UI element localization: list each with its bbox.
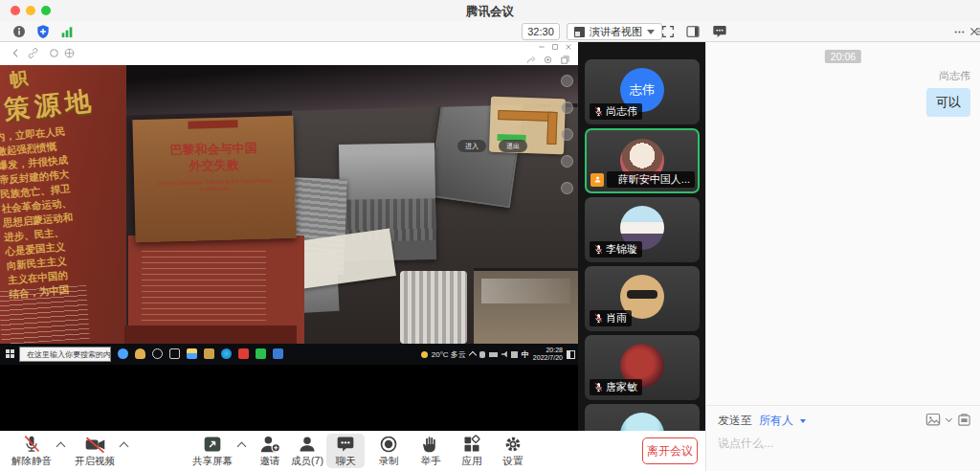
chat-footer: 发送至 所有人 bbox=[706, 405, 980, 471]
settings-small-icon bbox=[543, 55, 553, 65]
pano-button-icon bbox=[561, 182, 573, 194]
meeting-toolbar: 32:30 演讲者视图 聊天 bbox=[0, 21, 980, 42]
unmute-button[interactable]: 解除静音 bbox=[4, 434, 59, 468]
wall-english-text bbox=[0, 285, 90, 344]
members-button[interactable]: 成员(7) bbox=[283, 434, 331, 468]
participant-tile[interactable]: 李锦璇 bbox=[585, 197, 700, 262]
pano-button-icon bbox=[561, 101, 573, 114]
taskbar-search: 在这里输入你要搜索的内容 bbox=[19, 347, 111, 362]
screenshot-icon[interactable] bbox=[957, 413, 971, 427]
chat-button[interactable]: 聊天 bbox=[326, 434, 365, 468]
close-icon bbox=[565, 43, 572, 51]
participant-tile[interactable] bbox=[585, 404, 700, 431]
network-signal-icon[interactable] bbox=[59, 24, 75, 39]
host-badge-icon bbox=[590, 173, 604, 187]
participant-tile[interactable]: 唐家敏 bbox=[585, 335, 700, 400]
display-case bbox=[474, 268, 578, 344]
pano-button-icon bbox=[561, 128, 573, 141]
weather-icon bbox=[421, 351, 428, 358]
participant-tile[interactable]: 肖雨 bbox=[585, 266, 700, 331]
taskbar-tray: 20°C 多云 中 20:28 2022/7/20 bbox=[421, 344, 575, 365]
meeting-info-icon[interactable] bbox=[11, 24, 27, 39]
start-video-button[interactable]: 开启视频 bbox=[67, 434, 122, 468]
tray-mic-icon bbox=[479, 351, 485, 358]
taskbar-search-text: 在这里输入你要搜索的内容 bbox=[27, 349, 111, 360]
chat-bubble-icon bbox=[712, 24, 727, 39]
send-image-icon[interactable] bbox=[925, 413, 941, 427]
app-icon bbox=[273, 348, 283, 359]
action-center-icon bbox=[567, 350, 575, 359]
participant-tile-active-speaker[interactable]: 薛昕安中国人... bbox=[585, 128, 700, 193]
participant-name: 尚志伟 bbox=[606, 104, 637, 119]
view-mode-label: 演讲者视图 bbox=[590, 25, 642, 39]
shared-taskbar: 在这里输入你要搜索的内容 20°C 多云 bbox=[0, 344, 578, 365]
copy-icon bbox=[560, 55, 570, 65]
share-screen-button[interactable]: 共享屏幕 bbox=[184, 434, 241, 468]
raise-hand-icon bbox=[422, 435, 439, 454]
share-arrow-icon bbox=[525, 55, 536, 65]
app-icon bbox=[135, 348, 145, 359]
app-icon bbox=[204, 348, 214, 359]
taskbar-time: 20:28 bbox=[546, 347, 563, 353]
pano-enter-pill: 进入 bbox=[457, 140, 486, 152]
windows-start-icon bbox=[6, 349, 15, 359]
apps-icon bbox=[462, 435, 481, 454]
panel-tab bbox=[188, 120, 237, 128]
weather-text: 20°C 多云 bbox=[432, 349, 466, 360]
leave-meeting-button[interactable]: 离开会议 bbox=[642, 437, 698, 464]
chevron-down-icon[interactable] bbox=[946, 415, 952, 421]
exhibit-panel-title: 巴黎和会与中国 外交失败 bbox=[133, 139, 295, 175]
invite-icon bbox=[259, 435, 280, 454]
shared-screen: 帜 策源地 内，立即在人民 激起强烈愤慨 爆发，并很快成 帝反封建的伟大 民族危… bbox=[0, 42, 578, 365]
send-to-row: 发送至 所有人 bbox=[718, 413, 806, 429]
avatar bbox=[620, 413, 664, 431]
participant-label: 尚志伟 bbox=[590, 103, 642, 120]
ime-indicator: 中 bbox=[522, 349, 529, 360]
floor bbox=[124, 325, 297, 344]
shared-viewer-toolbar bbox=[0, 42, 578, 65]
pano-button-icon bbox=[561, 155, 573, 168]
message-bubble: 可以 bbox=[926, 88, 970, 117]
meeting-timer: 32:30 bbox=[522, 23, 560, 40]
panel-menu-icon[interactable] bbox=[975, 26, 980, 37]
raise-hand-button[interactable]: 举手 bbox=[412, 434, 450, 468]
back-icon bbox=[10, 47, 22, 59]
participant-label: 唐家敏 bbox=[590, 379, 642, 395]
window-title: 腾讯会议 bbox=[0, 4, 980, 20]
side-panel-toggle-icon[interactable] bbox=[685, 24, 701, 39]
participant-label: 李锦璇 bbox=[590, 241, 642, 258]
tray-battery-icon bbox=[489, 352, 498, 357]
shared-screen-panorama: 帜 策源地 内，立即在人民 激起强烈愤慨 爆发，并很快成 帝反封建的伟大 民族危… bbox=[0, 65, 578, 344]
taskbar-app-icons bbox=[118, 348, 283, 359]
participant-tile[interactable]: 志伟 尚志伟 bbox=[585, 59, 700, 124]
layout-icon bbox=[574, 27, 585, 37]
chat-more-icon[interactable] bbox=[953, 26, 966, 38]
chevron-down-icon bbox=[800, 419, 806, 423]
fullscreen-icon[interactable] bbox=[660, 24, 676, 39]
pano-button-icon bbox=[561, 75, 573, 87]
mic-muted-icon bbox=[22, 435, 41, 454]
wall-gold-text: 内，立即在人民 激起强烈愤慨 爆发，并很快成 帝反封建的伟大 民族危亡、捍卫 社… bbox=[0, 120, 134, 303]
participant-name: 李锦璇 bbox=[606, 242, 637, 257]
participant-name: 唐家敏 bbox=[606, 380, 637, 394]
chat-icon bbox=[336, 435, 355, 454]
participant-name: 薛昕安中国人... bbox=[618, 172, 690, 187]
refresh-icon bbox=[48, 47, 60, 59]
chat-panel: 20:06 尚志伟 可以 发送至 所有人 bbox=[705, 42, 980, 471]
participant-name-chip: 薛昕安中国人... bbox=[607, 171, 695, 188]
chat-input[interactable] bbox=[718, 437, 967, 450]
record-button[interactable]: 录制 bbox=[368, 434, 409, 468]
participant-label: 薛昕安中国人... bbox=[590, 171, 695, 188]
mic-muted-icon bbox=[594, 244, 603, 255]
tray-network-icon bbox=[511, 351, 518, 358]
message-sender: 尚志伟 bbox=[926, 69, 970, 83]
shared-window-controls bbox=[538, 43, 572, 51]
security-shield-icon[interactable] bbox=[35, 24, 51, 39]
app-icon bbox=[238, 348, 249, 359]
app-icon bbox=[118, 348, 128, 359]
apps-button[interactable]: 应用 bbox=[452, 434, 492, 468]
send-to-dropdown[interactable]: 所有人 bbox=[759, 413, 793, 429]
settings-button[interactable]: 设置 bbox=[493, 434, 533, 468]
camera-off-icon bbox=[84, 436, 106, 454]
view-mode-dropdown[interactable]: 演讲者视图 bbox=[567, 23, 662, 40]
